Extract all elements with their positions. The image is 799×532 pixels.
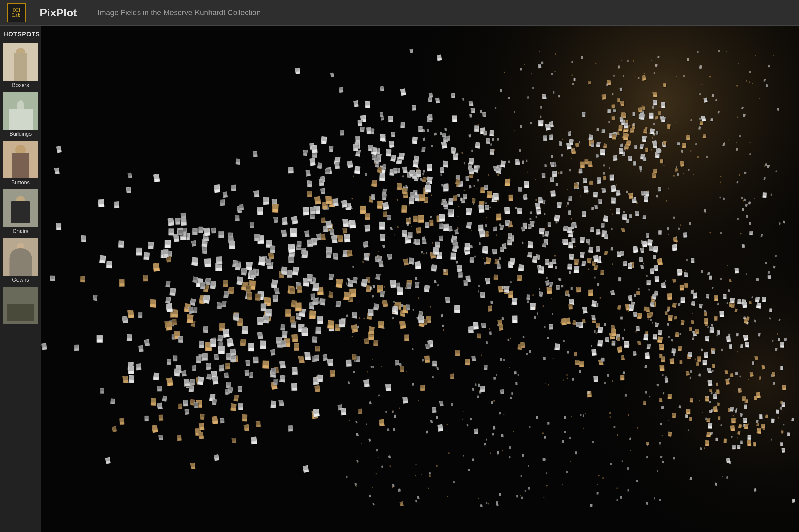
logo-icon: OH Lab bbox=[7, 3, 26, 22]
pixplot-canvas[interactable] bbox=[41, 26, 799, 532]
hotspot-buttons[interactable]: Buttons bbox=[3, 141, 38, 186]
hotspot-buttons-label: Buttons bbox=[3, 180, 38, 186]
hotspot-boxers-thumb bbox=[3, 43, 38, 81]
hotspot-gowns-thumb bbox=[3, 238, 38, 276]
app-title: PixPlot bbox=[33, 7, 77, 19]
hotspot-gowns[interactable]: Gowns bbox=[3, 238, 38, 283]
hotspot-chairs-thumb bbox=[3, 189, 38, 227]
visualization-area[interactable] bbox=[41, 26, 799, 532]
hotspot-gowns-label: Gowns bbox=[3, 277, 38, 283]
hotspot-boxers-label: Boxers bbox=[3, 82, 38, 88]
hotspot-group-thumb bbox=[3, 287, 38, 324]
logo-text: OH Lab bbox=[12, 8, 20, 18]
hotspot-chairs[interactable]: Chairs bbox=[3, 189, 38, 234]
app-header: OH Lab PixPlot Image Fields in the Meser… bbox=[0, 0, 799, 26]
sidebar: HOTSPOTS Boxers Buildings Buttons Chairs… bbox=[0, 26, 41, 532]
main-layout: HOTSPOTS Boxers Buildings Buttons Chairs… bbox=[0, 26, 799, 532]
collection-subtitle: Image Fields in the Meserve-Kunhardt Col… bbox=[97, 8, 261, 17]
hotspot-buttons-thumb bbox=[3, 141, 38, 178]
hotspots-section-label: HOTSPOTS bbox=[3, 31, 38, 38]
hotspot-buildings-thumb bbox=[3, 92, 38, 130]
hotspot-buildings[interactable]: Buildings bbox=[3, 92, 38, 137]
hotspot-chairs-label: Chairs bbox=[3, 228, 38, 234]
hotspot-boxers[interactable]: Boxers bbox=[3, 43, 38, 88]
logo-area: OH Lab PixPlot bbox=[7, 3, 77, 22]
hotspot-buildings-label: Buildings bbox=[3, 131, 38, 137]
hotspot-group[interactable] bbox=[3, 287, 38, 324]
